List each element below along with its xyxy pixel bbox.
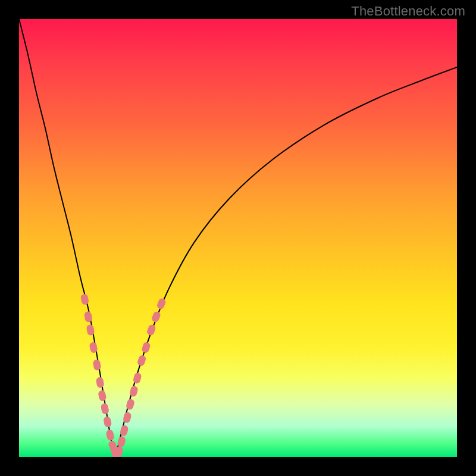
left-bead <box>96 377 105 389</box>
left-bead <box>80 293 89 305</box>
plot-area <box>19 19 457 457</box>
curve-layer <box>19 19 457 457</box>
left-bead <box>103 416 112 428</box>
left-bead <box>93 359 102 371</box>
left-bead <box>101 403 109 415</box>
right-bead <box>133 372 142 384</box>
left-bead <box>98 390 107 402</box>
chart-frame: TheBottleneck.com <box>0 0 476 476</box>
right-bead <box>151 311 161 323</box>
right-bead <box>137 355 147 367</box>
right-bead <box>156 298 167 310</box>
right-branch-curve <box>115 67 457 457</box>
beads-right-group <box>114 298 167 457</box>
right-bead <box>141 342 151 354</box>
left-bead <box>105 429 115 441</box>
right-bead <box>146 324 156 336</box>
watermark-label: TheBottleneck.com <box>351 4 465 19</box>
